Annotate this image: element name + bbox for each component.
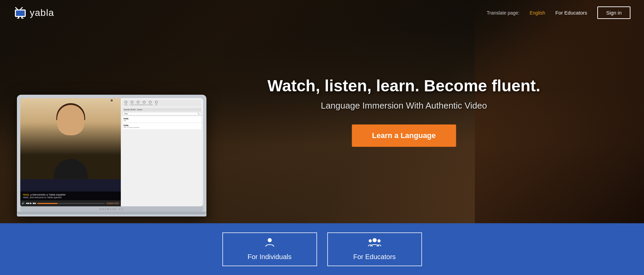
svg-line-2 [16,7,18,9]
group-icon [368,238,381,247]
laptop-brand: MacBook Air [99,207,124,211]
sign-in-button[interactable]: Sign in [597,6,630,19]
svg-point-8 [268,238,272,242]
logo[interactable]: yabla [14,7,54,19]
dict-def-1: hello [124,120,200,121]
learn-language-button[interactable]: Learn a Language [352,124,456,147]
rewind-icon: ◀◀ [26,202,29,205]
dict-word-1: hola [124,117,200,120]
svg-rect-1 [16,10,25,16]
translate-lang[interactable]: English [530,10,545,16]
hero-content: Watch, listen, learn. Become fluent. Lan… [267,76,540,147]
bottom-section: For Individuals For Educators [0,223,644,275]
progress-fill [37,203,58,204]
person-body [54,159,88,179]
volume-icon: 🔊 [22,202,25,205]
svg-point-10 [369,239,372,242]
logo-text: yabla [30,7,54,18]
subtitle-area: Hola, y bienvenido a Yabla español Hello… [20,191,121,200]
video-controls: 🔊 ◀◀ ▶ ▶▶ Caption 1/50 [20,200,121,206]
educators-icon [368,238,381,250]
for-educators-label: For Educators [353,253,396,261]
nav-right: Translate page: English For Educators Si… [487,6,630,19]
laptop-bottom-bar: MacBook Air [20,206,203,212]
navbar: yabla Translate page: English For Educat… [0,0,644,25]
svg-rect-7 [21,18,24,19]
search-text: Hola [124,113,128,115]
yabla-logo-icon [14,7,27,19]
dict-section-1: hola hello [123,116,201,122]
subtitle-line-2: Hello, and welcome to Yabla spanish [23,196,118,199]
subtitle-rest: , y bienvenido a Yabla español [29,193,65,196]
forward-icon: ▶▶ [33,202,36,205]
dict-section-2: hola hello, hi (used in greeting) [123,123,201,129]
search-icon: 🔍 [198,113,200,115]
for-educators-button[interactable]: For Educators [327,232,422,266]
svg-line-3 [20,7,22,9]
subtitle-line-1: Hola, y bienvenido a Yabla español [23,193,118,196]
hero-subtitle: Language Immersion With Authentic Video [267,100,540,111]
laptop-camera [111,99,113,101]
for-individuals-label: For Individuals [247,253,291,261]
nav-educators-link[interactable]: For Educators [555,10,587,16]
laptop-screen: Help Lookup Bookmark Grammar Settings Ex… [20,98,203,206]
screen-toolbar: Help Lookup Bookmark Grammar Settings Ex… [123,100,201,107]
laptop-mockup: Help Lookup Bookmark Grammar Settings Ex… [17,95,206,216]
screen-title: Spanish INTRO - Karela [123,108,201,111]
screen-sidebar: Help Lookup Bookmark Grammar Settings Ex… [121,98,203,206]
screen-video-area [20,98,121,179]
progress-bar [37,203,105,204]
dict-def-2: hello, hi (used in greeting) [124,127,200,128]
hero-section: yabla Translate page: English For Educat… [0,0,644,223]
screen-person [20,98,121,179]
hero-title: Watch, listen, learn. Become fluent. [267,76,540,95]
laptop-outer: Help Lookup Bookmark Grammar Settings Ex… [17,95,206,216]
svg-point-9 [373,238,377,242]
svg-rect-6 [17,18,19,19]
caption-label: Caption 1/50 [106,202,119,205]
laptop-base [17,212,206,214]
subtitle-highlight: Hola [23,193,29,196]
dict-word-2: hola [124,124,200,127]
for-individuals-button[interactable]: For Individuals [222,232,317,266]
person-face [57,105,84,135]
person-icon [265,238,275,247]
translate-label: Translate page: [487,10,519,16]
individuals-icon [265,238,275,250]
play-icon: ▶ [30,202,32,205]
screen-search-box: Hola 🔍 [123,112,201,115]
svg-point-11 [377,239,380,242]
